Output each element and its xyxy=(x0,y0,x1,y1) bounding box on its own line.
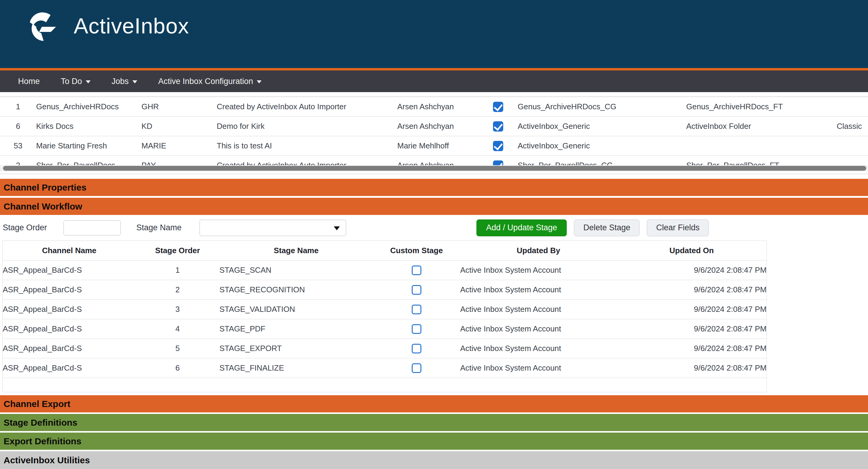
nav-item-home[interactable]: Home xyxy=(18,77,40,86)
custom-stage-checkbox[interactable] xyxy=(412,265,421,275)
section-label: Export Definitions xyxy=(4,436,81,446)
stage-order-input[interactable] xyxy=(63,220,121,236)
cell-channel-owner: Marie Mehlhoff xyxy=(397,136,478,156)
cell-updated-on: 9/6/2024 2:08:47 PM xyxy=(617,280,767,300)
channel-row[interactable]: 1 Genus_ArchiveHRDocs GHR Created by Act… xyxy=(0,97,868,117)
section-label: Channel Export xyxy=(4,399,70,409)
cell-updated-on: 9/6/2024 2:08:47 PM xyxy=(617,300,767,319)
header-accent-line xyxy=(0,68,868,70)
cell-extra xyxy=(837,136,868,156)
cell-channel-enabled xyxy=(478,117,518,136)
main-nav: Home To Do Jobs Active Inbox Configurati… xyxy=(0,70,868,92)
cell-custom-stage xyxy=(373,280,460,300)
stage-table-header-row: Channel Name Stage Order Stage Name Cust… xyxy=(3,241,767,260)
channel-enabled-checkbox[interactable] xyxy=(493,121,503,131)
stage-table-empty-row xyxy=(3,378,767,392)
cell-folder: ActiveInbox Folder xyxy=(686,117,837,136)
cell-channel-description: Created by ActiveInbox Auto Importer xyxy=(217,97,397,117)
section-channel-workflow[interactable]: Channel Workflow xyxy=(0,198,868,215)
cell-extra xyxy=(837,97,868,117)
dropdown-caret-icon xyxy=(334,226,340,230)
cell-channel-enabled xyxy=(478,136,518,156)
caret-down-icon xyxy=(257,81,261,83)
custom-stage-checkbox[interactable] xyxy=(412,324,421,334)
cell-channel-description: This is to test AI xyxy=(217,136,397,156)
stage-row[interactable]: ASR_Appeal_BarCd-S 6 STAGE_FINALIZE Acti… xyxy=(3,358,767,378)
cell-channel-code: KD xyxy=(142,117,217,136)
clear-fields-button[interactable]: Clear Fields xyxy=(647,219,709,236)
col-header-custom-stage: Custom Stage xyxy=(373,241,460,260)
stage-order-label: Stage Order xyxy=(3,223,47,232)
cell-channel-enabled xyxy=(478,97,518,117)
nav-item-label: Jobs xyxy=(112,77,129,86)
cell-stage-name: STAGE_PDF xyxy=(219,319,373,339)
cell-updated-by: Active Inbox System Account xyxy=(460,319,617,339)
cell-stage-name: STAGE_RECOGNITION xyxy=(219,280,373,300)
channel-row[interactable]: 53 Marie Starting Fresh MARIE This is to… xyxy=(0,136,868,156)
cell-custom-stage xyxy=(373,319,460,339)
cell-extra: Classic xyxy=(837,117,868,136)
cell-channel-code: MARIE xyxy=(142,136,217,156)
section-channel-export[interactable]: Channel Export xyxy=(0,395,868,412)
channel-enabled-checkbox[interactable] xyxy=(493,141,503,151)
cell-stage-order: 6 xyxy=(136,358,219,378)
stage-row[interactable]: ASR_Appeal_BarCd-S 1 STAGE_SCAN Active I… xyxy=(3,260,767,280)
stage-name-label: Stage Name xyxy=(136,223,182,232)
cell-channel-name: Genus_ArchiveHRDocs xyxy=(36,97,142,117)
stage-row[interactable]: ASR_Appeal_BarCd-S 4 STAGE_PDF Active In… xyxy=(3,319,767,339)
stage-row[interactable]: ASR_Appeal_BarCd-S 3 STAGE_VALIDATION Ac… xyxy=(3,300,767,319)
cell-stage-channel: ASR_Appeal_BarCd-S xyxy=(3,280,136,300)
nav-item-label: Active Inbox Configuration xyxy=(158,77,253,86)
cell-stage-order: 4 xyxy=(136,319,219,339)
section-label: Channel Workflow xyxy=(4,201,82,212)
app-logo: ActiveInbox xyxy=(28,11,189,41)
app-header: ActiveInbox xyxy=(0,0,868,68)
cell-updated-by: Active Inbox System Account xyxy=(460,280,617,300)
section-channel-properties[interactable]: Channel Properties xyxy=(0,179,868,196)
stage-row[interactable]: ASR_Appeal_BarCd-S 2 STAGE_RECOGNITION A… xyxy=(3,280,767,300)
cell-stage-order: 5 xyxy=(136,339,219,358)
custom-stage-checkbox[interactable] xyxy=(412,344,421,353)
nav-item-todo[interactable]: To Do xyxy=(61,77,91,86)
cell-updated-by: Active Inbox System Account xyxy=(460,300,617,319)
horizontal-scrollbar[interactable] xyxy=(0,165,868,171)
channel-row[interactable]: 6 Kirks Docs KD Demo for Kirk Arsen Ashc… xyxy=(0,117,868,136)
cell-content-group: Genus_ArchiveHRDocs_CG xyxy=(518,97,686,117)
custom-stage-checkbox[interactable] xyxy=(412,363,421,373)
delete-stage-button[interactable]: Delete Stage xyxy=(574,219,640,236)
cell-channel-description: Demo for Kirk xyxy=(217,117,397,136)
activeinbox-app: ActiveInbox Home To Do Jobs Active Inbox… xyxy=(0,0,868,469)
section-label: ActiveInbox Utilities xyxy=(4,455,90,465)
cell-stage-order: 1 xyxy=(136,260,219,280)
cell-content-group: ActiveInbox_Generic xyxy=(518,117,686,136)
nav-item-active-inbox-configuration[interactable]: Active Inbox Configuration xyxy=(158,77,261,86)
section-activeinbox-utilities[interactable]: ActiveInbox Utilities xyxy=(0,451,868,469)
cell-channel-id: 6 xyxy=(0,117,36,136)
cell-channel-name: Kirks Docs xyxy=(36,117,142,136)
custom-stage-checkbox[interactable] xyxy=(412,305,421,314)
cell-channel-name: Marie Starting Fresh xyxy=(36,136,142,156)
custom-stage-checkbox[interactable] xyxy=(412,285,421,295)
caret-down-icon xyxy=(132,81,137,83)
cell-folder: Genus_ArchiveHRDocs_FT xyxy=(686,97,837,117)
cell-updated-by: Active Inbox System Account xyxy=(460,339,617,358)
section-stage-definitions[interactable]: Stage Definitions xyxy=(0,414,868,431)
channel-enabled-checkbox[interactable] xyxy=(493,102,503,112)
cell-stage-channel: ASR_Appeal_BarCd-S xyxy=(3,260,136,280)
cell-updated-on: 9/6/2024 2:08:47 PM xyxy=(617,339,767,358)
add-update-stage-button[interactable]: Add / Update Stage xyxy=(476,219,567,236)
stage-name-select[interactable] xyxy=(199,220,346,236)
g-swoosh-logo-icon xyxy=(28,11,58,41)
stage-row[interactable]: ASR_Appeal_BarCd-S 5 STAGE_EXPORT Active… xyxy=(3,339,767,358)
nav-item-jobs[interactable]: Jobs xyxy=(112,77,137,86)
cell-custom-stage xyxy=(373,339,460,358)
cell-channel-owner: Arsen Ashchyan xyxy=(397,117,478,136)
cell-stage-channel: ASR_Appeal_BarCd-S xyxy=(3,339,136,358)
cell-stage-channel: ASR_Appeal_BarCd-S xyxy=(3,300,136,319)
section-label: Channel Properties xyxy=(4,182,86,193)
scrollbar-thumb[interactable] xyxy=(3,166,866,171)
col-header-updated-by: Updated By xyxy=(460,241,617,260)
caret-down-icon xyxy=(86,81,91,83)
section-export-definitions[interactable]: Export Definitions xyxy=(0,433,868,450)
cell-stage-name: STAGE_SCAN xyxy=(219,260,373,280)
